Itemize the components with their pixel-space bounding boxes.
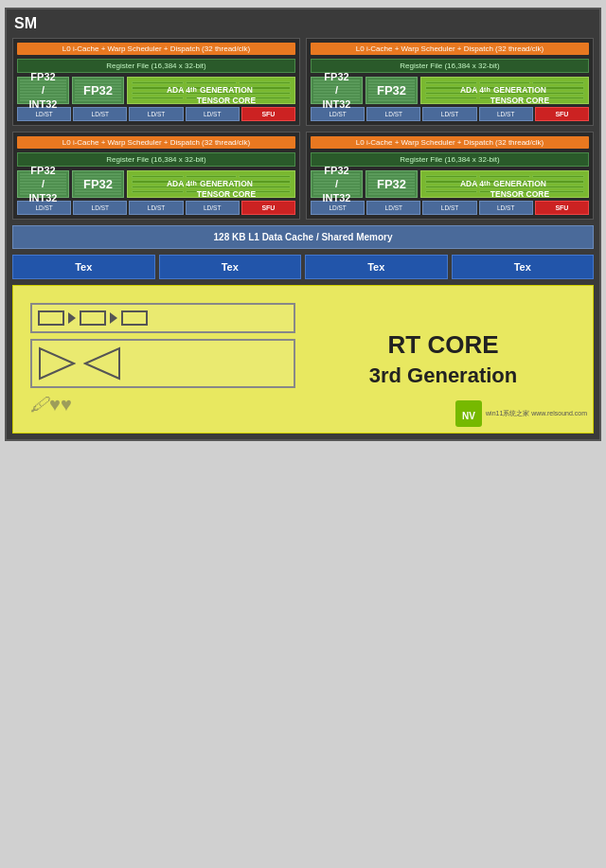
ld-cell-7: LD/ST: [422, 107, 476, 121]
svg-text:NV: NV: [462, 411, 475, 421]
sm-block-4: L0 i-Cache + Warp Scheduler + Dispatch (…: [306, 132, 594, 220]
ld-cell-11: LD/ST: [129, 201, 183, 215]
sm-block-3: L0 i-Cache + Warp Scheduler + Dispatch (…: [12, 132, 300, 220]
tex-cell-2: Tex: [159, 255, 302, 279]
watermark-area: NV win11系统之家 www.relsound.com: [455, 400, 587, 427]
sm-container: SM L0 i-Cache + Warp Scheduler + Dispatc…: [5, 8, 601, 441]
reg-file-4: Register File (16,384 x 32-bit): [311, 152, 589, 167]
fp32-int32-block-2: FP32/INT32: [311, 77, 363, 104]
sfu-cell-3: SFU: [241, 201, 295, 215]
fp32-int32-block-4: FP32/INT32: [311, 170, 363, 198]
ld-sfu-row-2: LD/ST LD/ST LD/ST LD/ST SFU: [311, 107, 589, 121]
ld-cell-14: LD/ST: [366, 201, 420, 215]
warp-bar-1: L0 i-Cache + Warp Scheduler + Dispatch (…: [17, 43, 295, 55]
rt-diagrams-area: 🖊♥♥: [23, 295, 303, 423]
ld-cell-3: LD/ST: [129, 107, 183, 121]
cores-area-3: FP32/INT32 FP32: [17, 170, 295, 198]
signature-area: 🖊♥♥: [30, 394, 295, 416]
rt-box-3: [121, 310, 148, 326]
ld-cell-12: LD/ST: [186, 201, 240, 215]
warp-bar-4: L0 i-Cache + Warp Scheduler + Dispatch (…: [311, 136, 589, 149]
sm-block-2: L0 i-Cache + Warp Scheduler + Dispatch (…: [306, 38, 594, 126]
ld-cell-6: LD/ST: [366, 107, 420, 121]
svg-marker-1: [85, 348, 119, 379]
cores-area-1: FP32/INT32 FP32: [17, 77, 295, 104]
rt-arrow-1: [68, 312, 76, 324]
fp32-block-4: FP32: [365, 170, 418, 198]
rt-triangle-left: [38, 346, 76, 381]
sfu-cell-1: SFU: [241, 107, 295, 121]
rt-core-sub: 3rd Generation: [303, 363, 583, 388]
sm-block-1: L0 i-Cache + Warp Scheduler + Dispatch (…: [12, 38, 300, 126]
tex-cell-1: Tex: [12, 255, 155, 279]
fp32-int32-label-1: FP32/INT32: [29, 70, 58, 111]
sfu-cell-2: SFU: [535, 107, 589, 121]
rt-triangle-right: [83, 346, 121, 381]
cores-area-2: FP32/INT32 FP32: [311, 77, 589, 104]
rt-core-title: RT CORE: [303, 330, 583, 360]
ld-cell-16: LD/ST: [479, 201, 533, 215]
ld-cell-4: LD/ST: [186, 107, 240, 121]
rt-diagram-2: [30, 339, 295, 388]
tex-row: Tex Tex Tex Tex: [12, 255, 594, 279]
fp32-block-2: FP32: [365, 77, 418, 104]
ld-cell-10: LD/ST: [73, 201, 127, 215]
cores-area-4: FP32/INT32 FP32: [311, 170, 589, 198]
quad-grid: L0 i-Cache + Warp Scheduler + Dispatch (…: [12, 38, 594, 220]
ld-cell-8: LD/ST: [479, 107, 533, 121]
tensor-block-4: ADA 4thGENERATIONTENSOR CORE: [420, 170, 589, 198]
warp-bar-3: L0 i-Cache + Warp Scheduler + Dispatch (…: [17, 136, 295, 149]
sm-title: SM: [12, 15, 594, 32]
ld-cell-2: LD/ST: [73, 107, 127, 121]
fp32-label-1: FP32: [83, 83, 113, 97]
rt-core-section: 🖊♥♥ RT CORE 3rd Generation NV win11系统之家 …: [12, 285, 594, 434]
fp32-block-1: FP32: [72, 77, 124, 104]
ld-cell-15: LD/ST: [422, 201, 476, 215]
fp32-int32-label-3: FP32/INT32: [29, 164, 58, 204]
tensor-block-2: ADA 4thGENERATIONTENSOR CORE: [420, 77, 589, 104]
tex-cell-3: Tex: [305, 255, 448, 279]
rt-arrow-2: [110, 312, 117, 324]
warp-bar-2: L0 i-Cache + Warp Scheduler + Dispatch (…: [311, 43, 589, 55]
reg-file-1: Register File (16,384 x 32-bit): [17, 59, 295, 73]
l1-cache-bar: 128 KB L1 Data Cache / Shared Memory: [12, 225, 594, 249]
tex-cell-4: Tex: [452, 255, 595, 279]
rt-core-text-area: RT CORE 3rd Generation: [303, 330, 583, 389]
tensor-block-3: ADA 4thGENERATIONTENSOR CORE: [127, 170, 295, 198]
rt-box-2: [80, 310, 106, 326]
ld-sfu-row-4: LD/ST LD/ST LD/ST LD/ST SFU: [311, 201, 589, 215]
fp32-label-2: FP32: [377, 83, 406, 97]
ld-sfu-row-1: LD/ST LD/ST LD/ST LD/ST SFU: [17, 107, 295, 121]
rt-box-1: [38, 310, 64, 326]
fp32-int32-block-1: FP32/INT32: [17, 77, 69, 104]
nvidia-logo-icon: NV: [455, 400, 482, 427]
sfu-cell-4: SFU: [535, 201, 589, 215]
reg-file-3: Register File (16,384 x 32-bit): [17, 152, 295, 167]
rt-diagram-1: [30, 303, 295, 333]
fp32-block-3: FP32: [72, 170, 124, 198]
fp32-label-4: FP32: [377, 177, 406, 191]
watermark-text: win11系统之家 www.relsound.com: [486, 409, 587, 418]
ld-sfu-row-3: LD/ST LD/ST LD/ST LD/ST SFU: [17, 201, 295, 215]
reg-file-2: Register File (16,384 x 32-bit): [311, 59, 589, 73]
tensor-block-1: ADA 4thGENERATIONTENSOR CORE: [127, 77, 295, 104]
svg-marker-0: [40, 348, 74, 379]
fp32-int32-label-2: FP32/INT32: [323, 70, 351, 111]
fp32-int32-block-3: FP32/INT32: [17, 170, 69, 198]
fp32-label-3: FP32: [83, 177, 113, 191]
fp32-int32-label-4: FP32/INT32: [323, 164, 351, 204]
